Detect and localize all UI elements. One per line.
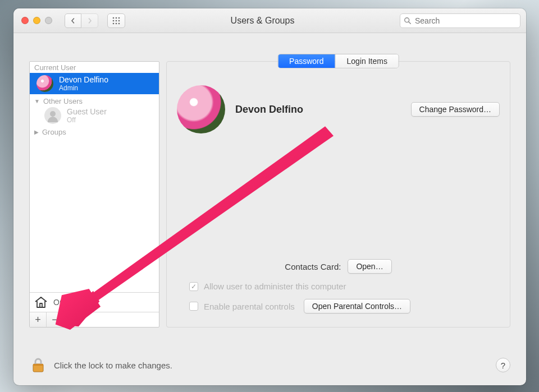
svg-point-6: [113, 22, 115, 24]
svg-rect-12: [33, 364, 43, 366]
add-user-button[interactable]: +: [30, 312, 47, 327]
login-options-row[interactable]: Options: [30, 292, 159, 312]
change-password-button[interactable]: Change Password…: [411, 102, 500, 117]
add-remove-bar: + −: [30, 312, 159, 327]
lock-button[interactable]: [29, 356, 47, 374]
lock-footer: Click the lock to make changes. ?: [29, 356, 510, 374]
parental-checkbox-label: Enable parental controls: [204, 302, 295, 311]
svg-point-5: [118, 20, 120, 21]
search-icon: [404, 17, 412, 25]
window-title: Users & Groups: [131, 16, 394, 26]
contacts-card-label: Contacts Card:: [285, 262, 341, 271]
users-sidebar: Current User Devon Delfino Admin ▼ Other…: [29, 61, 159, 328]
nav-buttons: [65, 13, 98, 28]
minimize-window-button[interactable]: [33, 17, 40, 24]
admin-checkbox-label: Allow user to administer this computer: [204, 282, 346, 291]
groups-label: Groups: [42, 128, 66, 136]
user-avatar-icon: [36, 75, 53, 92]
preferences-window: Users & Groups Current User Devon Delfin…: [13, 8, 526, 385]
back-button[interactable]: [65, 13, 81, 28]
home-icon: [34, 296, 48, 308]
lock-icon: [31, 357, 45, 373]
guest-user-status: Off: [67, 116, 107, 124]
parental-checkbox: [189, 302, 198, 311]
login-options-label: Options: [53, 298, 80, 307]
zoom-window-button: [45, 17, 52, 24]
admin-checkbox-row: ✓ Allow user to administer this computer: [189, 282, 500, 291]
user-detail-panel: Password Login Items Devon Delfino Chang…: [166, 61, 510, 328]
tab-password[interactable]: Password: [278, 54, 335, 68]
open-contacts-button[interactable]: Open…: [348, 259, 391, 274]
svg-point-8: [118, 22, 120, 24]
guest-user-name: Guest User: [67, 107, 107, 116]
svg-point-3: [113, 20, 115, 21]
sidebar-current-user[interactable]: Devon Delfino Admin: [30, 73, 159, 94]
disclosure-triangle-down-icon: ▼: [34, 98, 40, 104]
svg-point-4: [116, 20, 117, 21]
current-user-name: Devon Delfino: [59, 75, 108, 84]
search-input[interactable]: [415, 16, 517, 25]
svg-point-1: [116, 17, 117, 19]
parental-checkbox-row: Enable parental controls Open Parental C…: [189, 299, 500, 313]
titlebar: Users & Groups: [13, 8, 526, 33]
user-avatar-large[interactable]: [177, 85, 225, 133]
current-user-role: Admin: [59, 84, 108, 92]
svg-point-0: [113, 17, 115, 19]
remove-user-button[interactable]: −: [47, 312, 63, 327]
current-user-header: Current User: [30, 62, 159, 73]
svg-point-7: [116, 22, 117, 24]
sidebar-guest-user[interactable]: Guest User Off: [34, 107, 154, 126]
svg-line-10: [409, 21, 411, 24]
grid-icon: [112, 17, 120, 25]
groups-disclosure[interactable]: ▶ Groups: [34, 126, 154, 138]
contacts-card-row: Contacts Card: Open…: [167, 259, 510, 274]
tab-login-items[interactable]: Login Items: [336, 54, 399, 68]
search-field[interactable]: [400, 13, 520, 28]
disclosure-triangle-right-icon: ▶: [34, 129, 39, 135]
svg-point-2: [118, 17, 120, 19]
other-users-disclosure[interactable]: ▼ Other Users: [34, 95, 154, 107]
help-button[interactable]: ?: [496, 358, 510, 372]
user-display-name: Devon Delfino: [235, 104, 401, 116]
admin-checkbox: ✓: [189, 282, 198, 291]
guest-avatar-icon: [44, 107, 61, 124]
tabs: Password Login Items: [277, 54, 399, 68]
lock-message: Click the lock to make changes.: [54, 361, 489, 370]
profile-row: Devon Delfino Change Password…: [177, 85, 500, 133]
show-all-button[interactable]: [107, 13, 125, 28]
other-users-label: Other Users: [43, 97, 83, 105]
open-parental-controls-button[interactable]: Open Parental Controls…: [304, 299, 410, 313]
forward-button[interactable]: [81, 13, 98, 28]
window-controls: [19, 17, 52, 24]
close-window-button[interactable]: [21, 17, 29, 24]
